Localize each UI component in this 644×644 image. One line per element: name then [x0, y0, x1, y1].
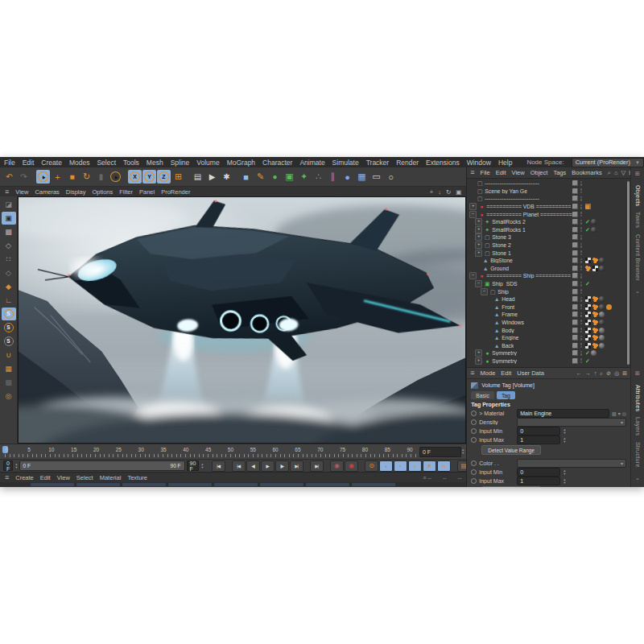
timeline-ticks[interactable]: 051015202530354045505560657075808590 [2, 444, 419, 459]
matl-tag[interactable] [599, 335, 605, 341]
menu-extensions[interactable]: Extensions [426, 159, 460, 167]
uv-tag[interactable] [585, 343, 591, 349]
matl-tag[interactable] [599, 312, 605, 317]
visibility-dots[interactable] [580, 235, 583, 240]
enable-toggle[interactable] [572, 250, 578, 256]
input-min-input[interactable]: 0 [517, 427, 560, 436]
menu-mesh[interactable]: Mesh [147, 159, 163, 167]
uv-tag[interactable] [585, 320, 591, 325]
visibility-dots[interactable] [580, 243, 583, 248]
enable-toggle[interactable] [572, 188, 578, 194]
enable-toggle[interactable] [572, 289, 578, 295]
visibility-dots[interactable] [580, 351, 583, 356]
menu-tools[interactable]: Tools [123, 159, 139, 167]
viewport-menu-options[interactable]: Options [92, 188, 113, 196]
check-tag[interactable]: ✓ [585, 350, 590, 356]
om-menu-edit[interactable]: Edit [496, 169, 506, 176]
enable-toggle[interactable] [572, 296, 578, 302]
menu-spline[interactable]: Spline [171, 159, 190, 167]
timeline-ruler[interactable]: 051015202530354045505560657075808590 0 F… [0, 444, 466, 459]
object-row-ship[interactable]: −●=========== Ship =========== [467, 272, 630, 280]
visibility-dots[interactable] [580, 328, 583, 332]
phong-tag[interactable] [592, 320, 598, 325]
object-row-back[interactable]: ▲Back [467, 341, 630, 349]
expand-toggle[interactable]: + [475, 250, 482, 257]
om-menu-tags[interactable]: Tags [553, 169, 566, 176]
uv-tag[interactable] [585, 304, 591, 310]
range-start-field[interactable]: 0 F [3, 460, 13, 471]
enable-toggle[interactable] [572, 227, 578, 233]
list-icon[interactable]: ≡ -- [423, 475, 431, 481]
forward-icon[interactable]: → [585, 370, 591, 377]
material-menu-material[interactable]: Material [100, 474, 122, 481]
target-icon[interactable]: ◎ [614, 370, 619, 377]
tab-basic[interactable]: Basic [471, 391, 494, 399]
menu-volume[interactable]: Volume [196, 159, 219, 167]
solo-button[interactable]: ▤ [457, 460, 467, 472]
stepper[interactable]: ▴▾ [564, 469, 565, 476]
points-mode-button[interactable]: ∷ [2, 253, 16, 266]
move-button[interactable]: + [51, 170, 64, 184]
lock-y-axis-button[interactable]: Y [142, 170, 156, 184]
dropdown-icon[interactable]: ▾ [618, 411, 621, 416]
side-tab-takes[interactable]: Takes [634, 212, 640, 228]
visibility-dots[interactable] [580, 266, 583, 270]
phong-tag[interactable] [585, 266, 591, 271]
make-editable-button[interactable]: ◪ [2, 198, 16, 211]
om-menu-object[interactable]: Object [530, 169, 548, 176]
enable-toggle[interactable] [572, 266, 578, 271]
uv-tag[interactable] [585, 328, 591, 333]
key-parameter-button[interactable]: P [423, 460, 436, 472]
prev-key-button[interactable]: |◀ [232, 460, 246, 472]
volume-button[interactable]: ● [341, 170, 354, 184]
material-menu-create[interactable]: Create [15, 474, 34, 481]
om-menu-file[interactable]: File [481, 169, 490, 176]
scroll-down-icon[interactable]: ⌄ [635, 475, 640, 481]
material-menu-texture[interactable]: Texture [127, 474, 147, 481]
rotate-button[interactable]: ↻ [80, 170, 93, 184]
material-link-field[interactable]: Main Engine [517, 409, 609, 418]
spline-tools-button[interactable]: ∥ [326, 170, 340, 184]
enable-toggle[interactable] [572, 204, 578, 209]
menu-edit[interactable]: Edit [23, 159, 35, 167]
object-row-front[interactable]: ▲Front [467, 303, 630, 312]
visibility-dots[interactable] [580, 274, 583, 279]
object-manager-menu-icon[interactable]: ≡ [470, 169, 474, 176]
visibility-dots[interactable] [580, 343, 583, 348]
enable-toggle[interactable] [572, 320, 578, 325]
texture-mode-button[interactable]: ▩ [2, 225, 16, 238]
mat-tag[interactable] [599, 296, 605, 302]
camera-button[interactable]: ▭ [369, 170, 383, 184]
expand-toggle[interactable]: − [469, 211, 477, 218]
visibility-dots[interactable] [580, 212, 583, 217]
object-row-stone-3[interactable]: +▢Stone 3 [467, 233, 630, 242]
enable-toggle[interactable] [572, 234, 578, 240]
enable-toggle[interactable] [572, 343, 578, 349]
lock-icon[interactable]: ⊘ [606, 370, 611, 377]
spline-pen-button[interactable]: ✎ [254, 170, 267, 184]
material-thumb[interactable] [31, 483, 74, 486]
phong-tag[interactable] [592, 304, 598, 310]
material-menu-edit[interactable]: Edit [40, 474, 51, 481]
check-tag[interactable]: ✓ [585, 358, 590, 364]
detect-value-range-button[interactable]: Detect Value Range [481, 486, 541, 487]
phong-tag[interactable] [592, 335, 598, 341]
lock-x-axis-button[interactable]: X [128, 170, 142, 184]
expand-toggle[interactable]: + [475, 233, 482, 241]
detect-value-range-button[interactable]: Detect Value Range [481, 445, 541, 455]
viewport-menu-panel[interactable]: Panel [139, 188, 155, 196]
object-row-scene-by-yan-ge[interactable]: ▢Scene by Yan Ge [467, 188, 630, 196]
object-row-planet[interactable]: −●=========== Planet =========== [467, 210, 630, 218]
anim-toggle-icon[interactable] [471, 437, 477, 443]
material-menu-icon[interactable]: ≡ [5, 474, 9, 481]
panel-add-icon[interactable]: ⊞ [635, 370, 640, 377]
mat-tag[interactable] [599, 320, 605, 325]
texture-icon[interactable]: ▨ [612, 411, 617, 416]
object-row-ship-sds[interactable]: −▣Ship_SDS✓ [467, 280, 630, 288]
scroll-down-icon[interactable]: ⌄ [635, 288, 640, 295]
render-settings-button[interactable]: ✱ [220, 170, 233, 184]
uv-tag[interactable] [585, 258, 591, 263]
rotate-icon[interactable]: ↻ [446, 188, 451, 196]
key-pla-button[interactable]: ∷ [437, 460, 451, 472]
anim-toggle-icon[interactable] [471, 478, 477, 484]
